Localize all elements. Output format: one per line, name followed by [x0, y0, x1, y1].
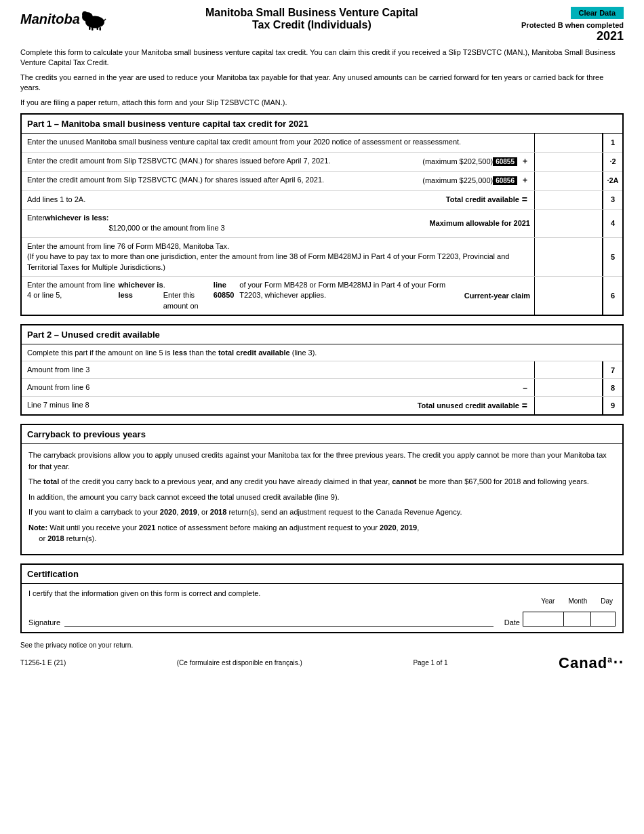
- svg-rect-5: [89, 26, 91, 30]
- part1-line2-field[interactable]: [538, 157, 599, 165]
- part1-row5-middle: [526, 238, 534, 276]
- date-year-input[interactable]: [523, 612, 564, 626]
- year-label: 2021: [597, 29, 624, 43]
- canada-dot2: ‧: [618, 654, 624, 671]
- carryback-section: Carryback to previous years The carrybac…: [20, 424, 624, 555]
- part1-row2-label: Enter the credit amount from Slip T2SBVC…: [22, 153, 418, 171]
- part1-row5-input[interactable]: [534, 238, 602, 276]
- part1-row4-input[interactable]: [534, 210, 602, 237]
- svg-point-9: [85, 16, 94, 22]
- part2-line8-field[interactable]: [538, 384, 599, 392]
- part2-row-9: Line 7 minus line 8 Total unused credit …: [22, 397, 622, 414]
- part1-row2a-label: Enter the credit amount from Slip T2SBVC…: [22, 172, 418, 190]
- part2-row8-minus: –: [523, 383, 527, 393]
- part1-row6-middle: Current-year claim: [460, 277, 534, 315]
- part1-row2-input[interactable]: [534, 153, 602, 171]
- part1-line5-field[interactable]: [538, 253, 599, 261]
- part1-row-2a: Enter the credit amount from Slip T2SBVC…: [22, 172, 622, 191]
- part1-line6-field[interactable]: [538, 292, 599, 300]
- carryback-para4: If you want to claim a carryback to your…: [28, 507, 616, 518]
- carryback-note: Note: Wait until you receive your 2021 n…: [28, 522, 616, 544]
- part2-intro: Complete this part if the amount on line…: [22, 344, 622, 361]
- header-center: Manitoba Small Business Venture Capital …: [108, 7, 515, 31]
- part1-row2-middle: (maximum $202,500) 60855 +: [418, 153, 534, 171]
- part1-row1-input[interactable]: [534, 134, 602, 152]
- part1-row2-linenum: ·2: [602, 153, 622, 171]
- part1-row3-label: Add lines 1 to 2A.: [22, 191, 442, 209]
- part2-row7-middle: [526, 361, 534, 378]
- intro-para2: The credits you earned in the year are u…: [20, 73, 624, 94]
- part1-line3-field[interactable]: [538, 195, 599, 203]
- part2-row7-label: Amount from line 3: [22, 361, 526, 378]
- signature-input[interactable]: [64, 614, 494, 624]
- date-label: Date: [504, 618, 520, 627]
- part1-line2a-field[interactable]: [538, 176, 599, 184]
- part1-row6-label: Enter the amount from line 4 or line 5, …: [22, 277, 460, 315]
- part1-row2a-middle: (maximum $225,000) 60856 +: [418, 172, 534, 190]
- part1-row3-linenum: 3: [602, 191, 622, 209]
- part1-row2a-linenum: ·2A: [602, 172, 622, 190]
- part1-row5-label: Enter the amount from line 76 of Form MB…: [22, 238, 526, 276]
- part1-row-5: Enter the amount from line 76 of Form MB…: [22, 238, 622, 277]
- signature-label: Signature: [28, 618, 60, 627]
- part2-row9-input[interactable]: [534, 397, 602, 414]
- carryback-para2: The total of the credit you carry back t…: [28, 476, 616, 488]
- part1-row4-middle: Maximum allowable for 2021: [425, 210, 534, 237]
- part1-line4-field[interactable]: [538, 219, 599, 227]
- canada-dot1: ‧: [613, 654, 618, 671]
- part1-row5-linenum: 5: [602, 238, 622, 276]
- intro-para3: If you are filing a paper return, attach…: [20, 98, 624, 108]
- cert-title: Certification: [22, 565, 622, 584]
- part1-line1-field[interactable]: [538, 138, 599, 146]
- part1-row4-desc: Maximum allowable for 2021: [429, 219, 530, 227]
- part1-row-1: Enter the unused Manitoba small business…: [22, 134, 622, 153]
- part2-row8-linenum: 8: [602, 379, 622, 396]
- cert-content: I certify that the information given on …: [22, 584, 622, 632]
- part1-badge-60856: 60856: [493, 176, 517, 185]
- part1-row2a-input[interactable]: [534, 172, 602, 190]
- carryback-content: The carryback provisions allow you to ap…: [22, 444, 622, 554]
- part1-row1-label: Enter the unused Manitoba small business…: [22, 134, 526, 152]
- year-header: Year: [541, 597, 555, 605]
- part2-row7-input[interactable]: [534, 361, 602, 378]
- part2-row7-linenum: 7: [602, 361, 622, 378]
- part1-row1-linenum: 1: [602, 134, 622, 152]
- part2-row8-middle: –: [516, 379, 534, 396]
- french-note: (Ce formulaire est disponible en françai…: [177, 659, 302, 667]
- intro-para1: Complete this form to calculate your Man…: [20, 47, 624, 68]
- form-title-line2: Tax Credit (Individuals): [122, 19, 502, 31]
- svg-point-2: [82, 12, 87, 18]
- part1-badge-60855: 60855: [493, 157, 517, 166]
- part1-row2-max: (maximum $202,500): [422, 157, 493, 165]
- signature-line[interactable]: [64, 614, 494, 627]
- part2-row9-middle: Total unused credit available =: [414, 397, 534, 414]
- part2-row8-input[interactable]: [534, 379, 602, 396]
- svg-rect-7: [96, 26, 98, 30]
- part2-row9-linenum: 9: [602, 397, 622, 414]
- part1-row6-input[interactable]: [534, 277, 602, 315]
- part1-row2a-max: (maximum $225,000): [422, 176, 493, 184]
- svg-rect-4: [86, 15, 87, 16]
- canada-logo: Canada‧‧: [559, 654, 624, 672]
- part1-row3-desc: Total credit available: [446, 195, 519, 203]
- date-month-input[interactable]: [564, 612, 591, 626]
- bison-icon: [81, 7, 108, 31]
- form-title-line1: Manitoba Small Business Venture Capital: [122, 7, 502, 19]
- part1-row3-input[interactable]: [534, 191, 602, 209]
- date-input-group[interactable]: [523, 612, 616, 627]
- clear-data-button[interactable]: Clear Data: [571, 7, 624, 19]
- part1-row6-desc: Current-year claim: [464, 292, 530, 300]
- page-footer: T1256-1 E (21) (Ce formulaire est dispon…: [20, 654, 624, 672]
- part1-row6-linenum: 6: [602, 277, 622, 315]
- part2-line7-field[interactable]: [538, 366, 599, 374]
- svg-rect-3: [83, 15, 85, 16]
- certification-section: Certification I certify that the informa…: [20, 563, 624, 633]
- canada-text: Canad: [559, 654, 607, 671]
- part2-row9-desc: Total unused credit available: [418, 401, 519, 410]
- part2-line9-field[interactable]: [538, 401, 599, 410]
- protected-label: Protected B when completed: [521, 21, 624, 29]
- part1-row-4: Enter whichever is less:$120,000 or the …: [22, 210, 622, 238]
- date-day-input[interactable]: [591, 612, 615, 626]
- cert-statement: I certify that the information given on …: [28, 589, 616, 597]
- cert-row: Signature Date: [28, 612, 616, 627]
